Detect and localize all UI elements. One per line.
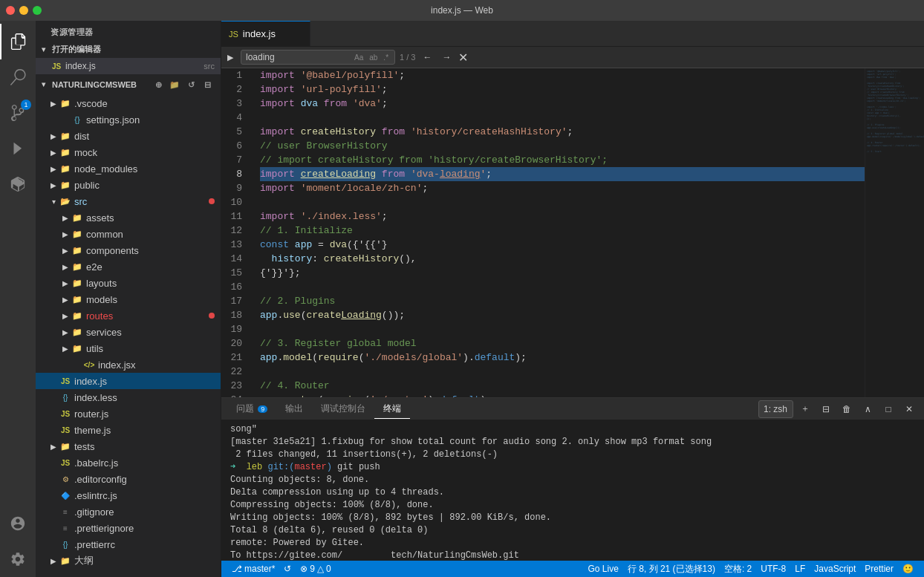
code-line: import 'moment/locale/zh-cn'; (260, 181, 865, 195)
new-terminal-button[interactable]: ＋ (796, 400, 814, 418)
list-item[interactable]: ⚙ .editorconfig (36, 471, 221, 487)
list-item[interactable]: ▶ 📁 common (36, 226, 221, 242)
terminal-dropdown[interactable]: 1: zsh (758, 400, 793, 418)
find-regex[interactable]: .* (383, 53, 388, 62)
maximize-button[interactable] (33, 6, 42, 15)
tab-debug-console[interactable]: 调试控制台 (312, 400, 374, 418)
sidebar-item-extensions[interactable] (0, 166, 36, 202)
warning-icon: △ (317, 564, 324, 574)
open-editor-file[interactable]: JS index.js src (36, 58, 221, 74)
list-item[interactable]: ▶ 📁 mock (36, 144, 221, 160)
open-editors-section[interactable]: ▾ 打开的编辑器 (36, 41, 221, 58)
list-item[interactable]: </> index.jsx (36, 356, 221, 373)
smiley-status[interactable]: 🙂 (898, 563, 918, 576)
cursor-position-status[interactable]: 行 8, 列 21 (已选择13) (623, 563, 720, 576)
close-button[interactable] (6, 6, 15, 15)
sidebar-item-source-control[interactable]: 1 (0, 95, 36, 131)
list-item[interactable]: ▶ 📁 routes (36, 307, 221, 324)
list-item[interactable]: {} settings.json (36, 111, 221, 128)
list-item[interactable]: ▶ 📁 e2e (36, 258, 221, 275)
language-status[interactable]: JavaScript (810, 563, 860, 576)
chevron-right-icon: ▶ (48, 97, 59, 109)
find-whole-word[interactable]: ab (369, 53, 377, 62)
code-line: history: createHistory(), (260, 252, 865, 266)
tab-output[interactable]: 输出 (276, 400, 312, 418)
find-input-wrap[interactable]: Aa ab .* (241, 50, 395, 65)
code-line: {'}}'}; (260, 266, 865, 280)
list-item[interactable]: ≡ .gitignore (36, 503, 221, 520)
editor-container: 1 2 3 4 5 6 7 8 9 10 11 12 13 14 15 16 1… (221, 68, 924, 397)
project-section[interactable]: ▾ NATURLINGCMSWEB ⊕ 📁 ↺ ⊟ (36, 74, 221, 95)
list-item[interactable]: ▶ 📁 .vscode (36, 95, 221, 111)
settings-icon[interactable] (0, 541, 36, 577)
list-item[interactable]: ▶ 📁 models (36, 291, 221, 307)
kill-terminal-button[interactable]: 🗑 (838, 400, 856, 418)
list-item[interactable]: ▶ 📁 tests (36, 438, 221, 454)
list-item[interactable]: {} index.less (36, 389, 221, 405)
list-item[interactable]: ▶ 📁 dist (36, 128, 221, 144)
list-item[interactable]: JS router.js (36, 405, 221, 422)
find-close-button[interactable]: ✕ (458, 50, 468, 65)
sync-status[interactable]: ↺ (279, 564, 296, 574)
folder-icon: 📁 (59, 440, 71, 452)
formatter-status[interactable]: Prettier (860, 563, 898, 576)
list-item[interactable]: JS .babelrc.js (36, 454, 221, 471)
encoding-status[interactable]: UTF-8 (756, 563, 790, 576)
list-item[interactable]: JS index.js (36, 373, 221, 389)
collapse-panel-button[interactable]: ∧ (859, 400, 876, 418)
list-item[interactable]: ▶ 📁 node_modules (36, 160, 221, 177)
sidebar-item-run[interactable] (0, 131, 36, 166)
code-line (260, 280, 865, 294)
list-item[interactable]: {} .prettierrc (36, 536, 221, 552)
js-file-icon: JS (51, 60, 62, 72)
tab-index-js[interactable]: JS index.js ✕ (221, 21, 310, 46)
errors-status[interactable]: ⊗ 9 △ 0 (296, 564, 335, 574)
list-item[interactable]: ▶ 📁 layouts (36, 275, 221, 291)
list-item[interactable]: ▶ 📁 大纲 (36, 552, 221, 569)
line-ending-status[interactable]: LF (790, 563, 810, 576)
find-input[interactable] (246, 52, 350, 62)
account-icon[interactable] (0, 506, 36, 541)
find-next-button[interactable]: → (439, 50, 454, 65)
activity-bar-bottom (0, 506, 36, 577)
code-line: import createLoading from 'dva-loading'; (260, 167, 865, 181)
folder-icon: 📁 (59, 97, 71, 109)
code-editor[interactable]: import '@babel/polyfill'; import 'url-po… (254, 68, 865, 397)
new-folder-icon[interactable]: 📁 (167, 77, 182, 92)
maximize-panel-button[interactable]: □ (879, 400, 897, 418)
close-panel-button[interactable]: ✕ (900, 400, 918, 418)
code-line: // 1. Initialize (260, 224, 865, 238)
open-editors-label: 打开的编辑器 (52, 44, 101, 55)
list-item[interactable]: ▶ 📁 components (36, 242, 221, 258)
find-case-sensitive[interactable]: Aa (354, 53, 363, 62)
list-item[interactable]: ▶ 📁 public (36, 177, 221, 193)
collapse-icon[interactable]: ⊟ (200, 77, 215, 92)
new-file-icon[interactable]: ⊕ (151, 77, 166, 92)
tab-problems[interactable]: 问题 9 (227, 400, 276, 418)
refresh-icon[interactable]: ↺ (183, 77, 198, 92)
list-item[interactable]: ▶ 📁 assets (36, 209, 221, 226)
indent-status[interactable]: 空格: 2 (720, 563, 756, 576)
list-item[interactable]: ▶ 📁 utils (36, 340, 221, 356)
modified-dot (209, 313, 215, 319)
git-branch-status[interactable]: ⎇ master* (227, 564, 279, 574)
split-terminal-button[interactable]: ⊟ (817, 400, 835, 418)
less-file-icon: {} (59, 391, 71, 403)
open-editor-src: src (204, 62, 215, 71)
list-item[interactable]: ▾ 📂 src (36, 193, 221, 209)
code-line: import createHistory from 'history/creat… (260, 125, 865, 139)
minimap-content: import '@babel/polyfill'; import 'url-po… (865, 68, 924, 154)
json-file-icon: {} (59, 538, 71, 550)
file-tree: ▶ 📁 .vscode {} settings.json ▶ 📁 dist ▶ … (36, 95, 221, 577)
list-item[interactable]: ≡ .prettierignore (36, 520, 221, 536)
list-item[interactable]: JS theme.js (36, 422, 221, 438)
tab-terminal[interactable]: 终端 (374, 400, 410, 419)
minimize-button[interactable] (19, 6, 28, 15)
sidebar-item-explorer[interactable] (0, 24, 36, 59)
list-item[interactable]: 🔷 .eslintrc.js (36, 487, 221, 503)
list-item[interactable]: ▶ 📁 services (36, 324, 221, 340)
terminal[interactable]: song" [master 31e5a21] 1.fixbug for show… (221, 420, 924, 561)
sidebar-item-search[interactable] (0, 59, 36, 95)
go-live-status[interactable]: Go Live (584, 563, 623, 576)
find-prev-button[interactable]: ← (420, 50, 435, 65)
